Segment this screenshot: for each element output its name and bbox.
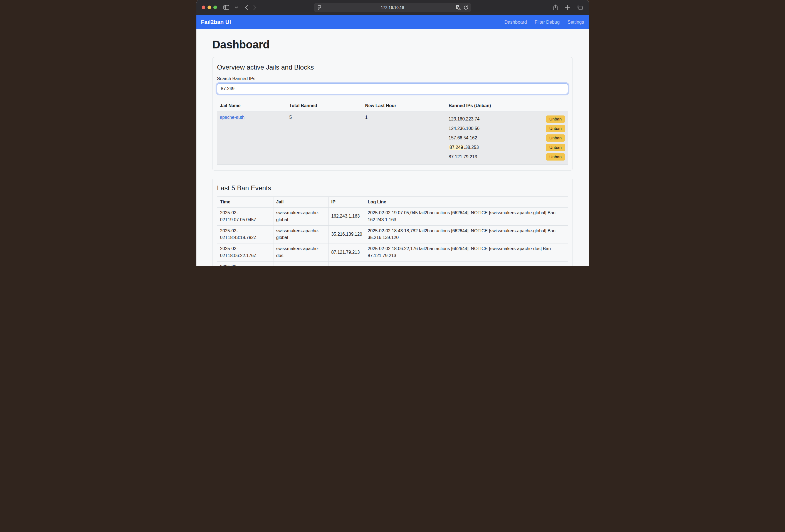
event-time: 2025-02-02T18:06:22.176Z [217, 244, 274, 261]
banned-ip-row: 124.236.100.56Unban [449, 124, 565, 133]
banned-ip-row: 87.249.38.253Unban [449, 143, 565, 152]
overview-card-title: Overview active Jails and Blocks [217, 64, 568, 71]
zoom-window-button[interactable] [213, 5, 217, 9]
banned-ip-row: 123.160.223.74Unban [449, 115, 565, 123]
event-log-line: 2025-02-02 18:06:22,176 fail2ban.actions… [365, 244, 568, 261]
event-time: 2025-02-02T19:07:05.045Z [217, 208, 274, 226]
jails-table: Jail Name Total Banned New Last Hour Ban… [217, 100, 568, 165]
ban-event-row: 2025-02-02T18:43:18.782Zswissmakers-apac… [217, 225, 568, 244]
events-col-jail: Jail [273, 197, 328, 208]
reload-icon[interactable] [464, 5, 469, 10]
minimize-window-button[interactable] [207, 5, 211, 9]
total-banned-value: 5 [286, 111, 362, 165]
unban-button[interactable]: Unban [546, 116, 565, 123]
event-ip: 87.121.79.213 [328, 261, 365, 266]
overview-card: Overview active Jails and Blocks Search … [212, 57, 573, 171]
jail-table-body: apache-auth51123.160.223.74Unban124.236.… [217, 111, 568, 165]
forward-button-icon[interactable] [253, 5, 256, 10]
banned-ip-row: 157.66.54.162Unban [449, 134, 565, 142]
events-col-time: Time [217, 197, 274, 208]
unban-button[interactable]: Unban [546, 144, 565, 151]
nav-links: Dashboard Filter Debug Settings [504, 20, 584, 25]
events-card-title: Last 5 Ban Events [217, 184, 568, 192]
banned-ip-text: 124.236.100.56 [449, 126, 480, 131]
event-jail: swissmakers-apache-dos [273, 244, 328, 261]
unban-button[interactable]: Unban [546, 134, 565, 142]
page-title: Dashboard [212, 39, 573, 51]
events-table-body: 2025-02-02T19:07:05.045Zswissmakers-apac… [217, 208, 568, 266]
banned-ips-cell: 123.160.223.74Unban124.236.100.56Unban15… [446, 111, 568, 165]
event-ip: 162.243.1.163 [328, 208, 365, 226]
events-col-ip: IP [328, 197, 365, 208]
url-text[interactable]: 172.16.10.18 [314, 5, 471, 10]
jails-col-banned-ips: Banned IPs (Unban) [446, 100, 568, 111]
event-log-line: 2025-02-02 19:07:05,045 fail2ban.actions… [365, 208, 568, 226]
app-brand: Fail2ban UI [201, 19, 231, 25]
sidebar-chevron-down-icon[interactable] [235, 6, 238, 9]
address-bar[interactable]: 172.16.10.18 A x [314, 3, 471, 12]
event-jail: apache-auth [273, 261, 328, 266]
toolbar-divider [232, 4, 232, 10]
banned-ip-text: 87.249.38.253 [449, 145, 479, 150]
events-card: Last 5 Ban Events Time Jail IP Log Line … [212, 178, 573, 266]
nav-link-filter-debug[interactable]: Filter Debug [535, 20, 560, 25]
new-last-hour-value: 1 [362, 111, 446, 165]
new-tab-icon[interactable] [565, 5, 570, 10]
banned-ip-text: 157.66.54.162 [449, 135, 477, 141]
search-match-highlight: 87.249 [449, 145, 464, 150]
ban-event-row: 2025-02-02T18:06:22.176Zswissmakers-apac… [217, 244, 568, 261]
event-log-line: 2025-02-02 18:02:04,060 fail2ban.actions… [365, 261, 568, 266]
banned-ip-row: 87.121.79.213Unban [449, 153, 565, 161]
nav-link-settings[interactable]: Settings [567, 20, 584, 25]
ban-event-row: 2025-02-02T18:02:04.060Zapache-auth87.12… [217, 261, 568, 266]
event-ip: 35.216.139.120 [328, 225, 365, 244]
sidebar-toggle-icon[interactable] [223, 5, 229, 10]
banned-ip-text: 123.160.223.74 [449, 117, 480, 122]
tab-overview-icon[interactable] [577, 5, 583, 10]
jail-name-link[interactable]: apache-auth [220, 115, 245, 120]
events-col-log-line: Log Line [365, 197, 568, 208]
browser-window: 172.16.10.18 A x [196, 0, 589, 266]
event-ip: 87.121.79.213 [328, 244, 365, 261]
unban-button[interactable]: Unban [546, 125, 565, 132]
event-time: 2025-02-02T18:43:18.782Z [217, 225, 274, 244]
events-table: Time Jail IP Log Line 2025-02-02T19:07:0… [217, 197, 568, 266]
jails-col-total-banned: Total Banned [286, 100, 362, 111]
ban-event-row: 2025-02-02T19:07:05.045Zswissmakers-apac… [217, 208, 568, 226]
browser-titlebar: 172.16.10.18 A x [196, 0, 589, 15]
close-window-button[interactable] [202, 5, 205, 9]
search-banned-ips-label: Search Banned IPs [217, 76, 568, 81]
unban-button[interactable]: Unban [546, 153, 565, 160]
event-time: 2025-02-02T18:02:04.060Z [217, 261, 274, 266]
back-button-icon[interactable] [245, 5, 248, 10]
app-navbar: Fail2ban UI Dashboard Filter Debug Setti… [196, 15, 589, 29]
event-log-line: 2025-02-02 18:43:18,782 fail2ban.actions… [365, 225, 568, 244]
nav-link-dashboard[interactable]: Dashboard [504, 20, 527, 25]
share-icon[interactable] [553, 4, 558, 10]
jails-col-jail-name: Jail Name [217, 100, 286, 111]
banned-ip-text: 87.121.79.213 [449, 154, 477, 159]
jails-col-new-last-hour: New Last Hour [362, 100, 446, 111]
search-banned-ips-input[interactable] [217, 83, 568, 94]
window-controls [202, 5, 217, 9]
event-jail: swissmakers-apache-global [273, 208, 328, 226]
jail-row: apache-auth51123.160.223.74Unban124.236.… [217, 111, 568, 165]
translate-icon[interactable]: A x [456, 5, 461, 10]
event-jail: swissmakers-apache-global [273, 225, 328, 244]
